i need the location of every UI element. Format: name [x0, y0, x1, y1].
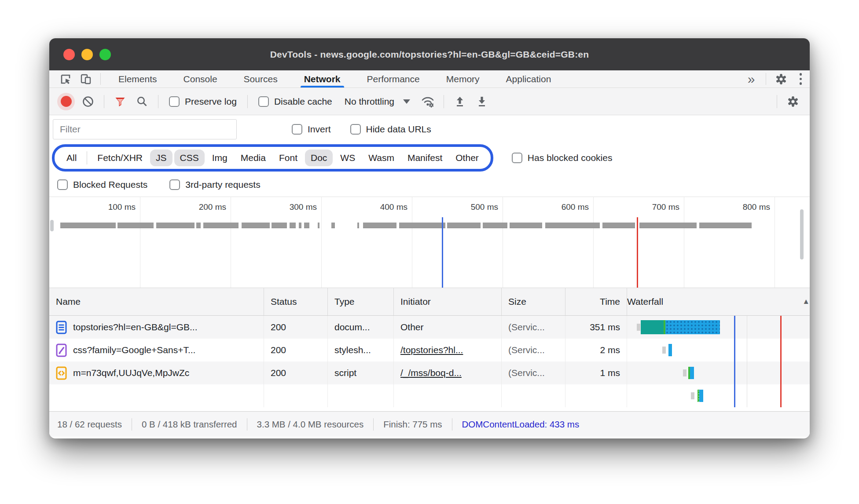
- filter-pill-wasm[interactable]: Wasm: [363, 150, 400, 166]
- timeline-activity-segment: [357, 223, 359, 228]
- gear-icon: [775, 73, 788, 86]
- tabbar-separator: [100, 73, 101, 85]
- disable-cache-checkbox[interactable]: [258, 96, 269, 107]
- request-name[interactable]: css?family=Google+Sans+T...: [73, 345, 195, 355]
- clear-icon: [82, 95, 94, 108]
- settings-button[interactable]: [771, 70, 792, 88]
- filter-pill-media[interactable]: Media: [235, 150, 272, 166]
- timeline-activity-segment: [156, 223, 195, 228]
- tab-sources[interactable]: Sources: [231, 70, 291, 88]
- toolbar-separator: [777, 95, 777, 108]
- timeline-gridline: [231, 197, 231, 288]
- timeline-activity-segment: [447, 223, 481, 228]
- timeline-activity-segment: [363, 223, 396, 228]
- timeline-activity-segment: [242, 223, 270, 228]
- column-header-label: Status: [271, 296, 297, 307]
- table-row[interactable]: css?family=Google+Sans+T...200stylesh...…: [49, 339, 810, 362]
- table-row[interactable]: m=n73qwf,UUJqVe,MpJwZc200script/_/mss/bo…: [49, 362, 810, 384]
- request-filters-row: Blocked Requests 3rd-party requests: [49, 172, 810, 197]
- minimize-window-button[interactable]: [81, 49, 93, 60]
- summary-bar: 18 / 62 requests 0 B / 418 kB transferre…: [49, 411, 810, 437]
- waterfall-dcl-line: [734, 316, 735, 407]
- column-header-waterfall[interactable]: Waterfall▲: [627, 288, 810, 315]
- invert-control[interactable]: Invert: [287, 124, 335, 135]
- cell-waterfall: [627, 316, 810, 339]
- filter-pill-js[interactable]: JS: [150, 150, 173, 166]
- request-name[interactable]: m=n73qwf,UUJqVe,MpJwZc: [73, 368, 189, 378]
- initiator-text: Other: [400, 322, 424, 332]
- tab-elements[interactable]: Elements: [105, 70, 170, 88]
- waterfall-bar-teal: [641, 320, 664, 334]
- invert-checkbox[interactable]: [292, 124, 302, 135]
- hide-data-urls-label: Hide data URLs: [366, 124, 431, 135]
- tab-console[interactable]: Console: [170, 70, 231, 88]
- clear-network-log-button[interactable]: [78, 92, 98, 111]
- timeline-left-handle[interactable]: [50, 220, 54, 231]
- filter-pill-css[interactable]: CSS: [174, 150, 205, 166]
- cell-time: [565, 384, 627, 407]
- toolbar-separator: [104, 95, 104, 108]
- blocked-requests-checkbox[interactable]: [57, 179, 68, 190]
- throttling-value: No throttling: [345, 96, 394, 107]
- disable-cache-control[interactable]: Disable cache: [254, 96, 337, 107]
- network-settings-button[interactable]: [783, 92, 803, 111]
- timeline-dcl-line: [442, 217, 443, 288]
- chevron-down-icon: [403, 99, 410, 104]
- initiator-link[interactable]: /topstories?hl...: [400, 345, 463, 355]
- has-blocked-cookies-checkbox[interactable]: [512, 153, 522, 163]
- hide-data-urls-control[interactable]: Hide data URLs: [346, 124, 436, 135]
- third-party-requests-checkbox[interactable]: [169, 179, 180, 190]
- timeline-activity-segment: [510, 223, 542, 228]
- column-header-status[interactable]: Status: [264, 288, 328, 315]
- table-row[interactable]: [49, 384, 810, 407]
- column-header-time[interactable]: Time: [565, 288, 627, 315]
- toggle-device-toolbar-button[interactable]: [76, 70, 96, 88]
- search-button[interactable]: [132, 92, 152, 111]
- column-header-initiator[interactable]: Initiator: [394, 288, 502, 315]
- network-overview-timeline[interactable]: 100 ms200 ms300 ms400 ms500 ms600 ms700 …: [49, 197, 810, 288]
- column-header-type[interactable]: Type: [328, 288, 394, 315]
- record-network-log-button[interactable]: [56, 92, 76, 111]
- column-header-name[interactable]: Name: [49, 288, 264, 315]
- more-tabs-button[interactable]: »: [742, 70, 761, 88]
- devtools-window: DevTools - news.google.com/topstories?hl…: [49, 38, 810, 438]
- preserve-log-control[interactable]: Preserve log: [165, 96, 241, 107]
- filter-pill-ws[interactable]: WS: [334, 150, 361, 166]
- third-party-requests-control[interactable]: 3rd-party requests: [165, 179, 264, 190]
- filter-input[interactable]: [53, 119, 237, 139]
- timeline-scrollbar[interactable]: [800, 209, 804, 259]
- inspect-element-button[interactable]: [55, 70, 76, 88]
- has-blocked-cookies-control[interactable]: Has blocked cookies: [507, 153, 617, 163]
- tab-memory[interactable]: Memory: [433, 70, 493, 88]
- cell-name: [49, 384, 264, 407]
- export-har-button[interactable]: [472, 92, 492, 111]
- filter-pill-manifest[interactable]: Manifest: [402, 150, 448, 166]
- customize-devtools-menu-button[interactable]: [792, 70, 810, 88]
- tab-application[interactable]: Application: [493, 70, 565, 88]
- export-icon: [476, 95, 488, 108]
- import-har-button[interactable]: [450, 92, 470, 111]
- filter-pill-all[interactable]: All: [61, 150, 82, 166]
- table-bottom-gap: [49, 407, 810, 411]
- blocked-requests-control[interactable]: Blocked Requests: [53, 179, 152, 190]
- tab-performance[interactable]: Performance: [354, 70, 433, 88]
- summary-separator: [373, 418, 374, 431]
- network-conditions-button[interactable]: [418, 92, 437, 111]
- filter-pill-other[interactable]: Other: [450, 150, 485, 166]
- filter-pill-doc[interactable]: Doc: [305, 150, 333, 166]
- request-name[interactable]: topstories?hl=en-GB&gl=GB...: [73, 322, 198, 332]
- close-window-button[interactable]: [63, 49, 75, 60]
- throttling-select[interactable]: No throttling: [339, 96, 415, 107]
- hide-data-urls-checkbox[interactable]: [350, 124, 361, 135]
- initiator-link[interactable]: /_/mss/boq-d...: [400, 368, 462, 378]
- timeline-tick-label: 100 ms: [78, 202, 136, 212]
- filter-pill-fetch-xhr[interactable]: Fetch/XHR: [92, 150, 148, 166]
- column-header-size[interactable]: Size: [502, 288, 565, 315]
- filter-pill-img[interactable]: Img: [206, 150, 233, 166]
- filter-pill-font[interactable]: Font: [273, 150, 303, 166]
- table-row[interactable]: topstories?hl=en-GB&gl=GB...200docum...O…: [49, 316, 810, 339]
- zoom-window-button[interactable]: [99, 49, 111, 60]
- preserve-log-checkbox[interactable]: [169, 96, 180, 107]
- filter-toggle-button[interactable]: [110, 92, 130, 111]
- tab-network[interactable]: Network: [291, 70, 354, 88]
